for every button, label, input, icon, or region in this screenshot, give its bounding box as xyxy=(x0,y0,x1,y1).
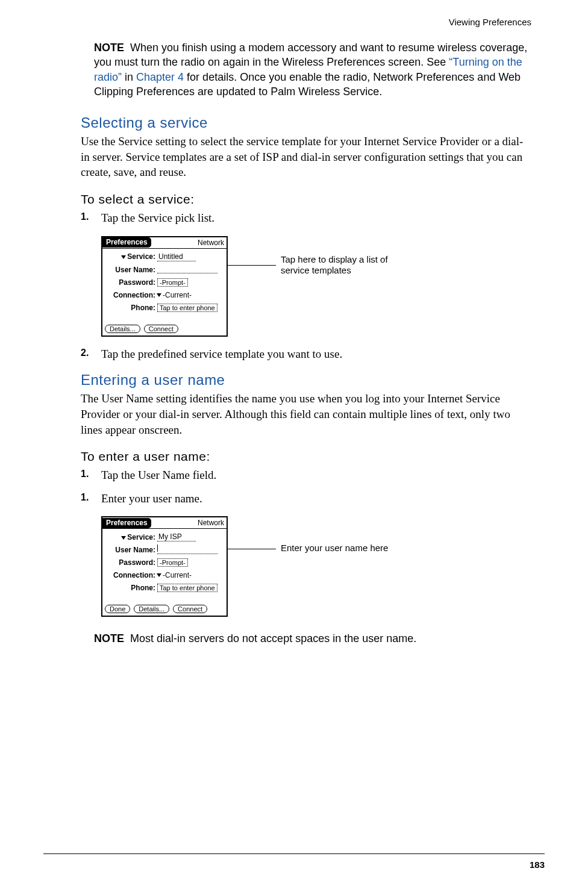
callout-text: Enter your user name here xyxy=(281,543,388,554)
connection-picklist[interactable]: -Current- xyxy=(163,571,192,579)
text-cursor-icon xyxy=(157,544,158,552)
dropdown-arrow-icon xyxy=(121,536,126,540)
connect-button[interactable]: Connect xyxy=(173,605,207,613)
callout-leader-line xyxy=(228,265,276,266)
connection-label: Connection: xyxy=(106,571,157,579)
password-field[interactable]: -Prompt- xyxy=(157,278,188,287)
phone-field[interactable]: Tap to enter phone xyxy=(157,584,217,592)
screen-category-picker[interactable]: Network xyxy=(198,239,224,247)
entering-username-paragraph: The User Name setting identifies the nam… xyxy=(81,391,531,437)
phone-field[interactable]: Tap to enter phone xyxy=(157,304,217,312)
note-label: NOTE xyxy=(94,632,124,644)
dropdown-arrow-icon xyxy=(157,573,161,577)
subsection-heading-selecting-service: Selecting a service xyxy=(81,114,531,131)
password-field[interactable]: -Prompt- xyxy=(157,558,188,567)
dropdown-arrow-icon xyxy=(121,255,126,259)
task-heading-enter-username: To enter a user name: xyxy=(81,449,531,464)
note-block: NOTEMost dial-in servers do not accept s… xyxy=(94,631,531,646)
figure-select-service: Preferences Network Service: Untitled Us… xyxy=(101,236,531,337)
step-text: Tap the predefined service template you … xyxy=(101,348,342,360)
step-item: 1. Tap the User Name field. xyxy=(81,467,531,484)
service-picklist[interactable]: Untitled xyxy=(157,252,196,261)
page-number: 183 xyxy=(530,860,545,870)
subsection-heading-entering-username: Entering a user name xyxy=(81,372,531,388)
palm-screenshot: Preferences Network Service: My ISP User… xyxy=(101,516,228,617)
step-text: Tap the Service pick list. xyxy=(101,211,214,224)
step-number: 1. xyxy=(81,491,89,504)
link-chapter-4[interactable]: Chapter 4 xyxy=(136,71,184,83)
note-block: NOTEWhen you finish using a modem access… xyxy=(94,40,531,99)
phone-label: Phone: xyxy=(106,584,157,592)
details-button[interactable]: Details... xyxy=(105,325,140,333)
connect-button[interactable]: Connect xyxy=(144,325,178,333)
password-label: Password: xyxy=(106,558,157,567)
callout: Tap here to display a list of service te… xyxy=(228,254,395,277)
username-field[interactable] xyxy=(157,546,217,554)
palm-screenshot: Preferences Network Service: Untitled Us… xyxy=(101,236,228,337)
screen-title-tab: Preferences xyxy=(102,237,151,248)
username-field[interactable] xyxy=(157,266,217,273)
username-label: User Name: xyxy=(106,266,157,274)
callout: Enter your user name here xyxy=(228,543,388,554)
service-picklist[interactable]: My ISP xyxy=(157,532,196,541)
password-label: Password: xyxy=(106,278,157,287)
service-label: Service: xyxy=(127,533,155,541)
running-header: Viewing Preferences xyxy=(81,17,531,27)
step-number: 2. xyxy=(81,346,89,360)
connection-label: Connection: xyxy=(106,291,157,299)
step-item: 1. Tap the Service pick list. xyxy=(81,210,531,226)
task-heading-select-service: To select a service: xyxy=(81,192,531,207)
step-number: 1. xyxy=(81,467,89,481)
screen-category-picker[interactable]: Network xyxy=(198,519,224,527)
selecting-service-paragraph: Use the Service setting to select the se… xyxy=(81,134,531,180)
done-button[interactable]: Done xyxy=(105,605,130,613)
callout-leader-line xyxy=(228,549,276,549)
step-item: 2. Tap the predefined service template y… xyxy=(81,346,531,363)
step-number: 1. xyxy=(81,210,89,223)
connection-picklist[interactable]: -Current- xyxy=(163,291,192,299)
phone-label: Phone: xyxy=(106,304,157,312)
username-label: User Name: xyxy=(106,546,157,554)
figure-enter-username: Preferences Network Service: My ISP User… xyxy=(101,516,531,617)
step-text: Enter your user name. xyxy=(101,492,202,505)
note-text-b: in xyxy=(122,71,136,83)
details-button[interactable]: Details... xyxy=(134,605,169,613)
note-label: NOTE xyxy=(94,42,124,54)
step-text: Tap the User Name field. xyxy=(101,469,216,481)
note-text: Most dial-in servers do not accept space… xyxy=(130,632,416,644)
callout-text: Tap here to display a list of service te… xyxy=(281,254,395,277)
screen-title-tab: Preferences xyxy=(102,518,151,528)
service-label: Service: xyxy=(127,252,155,261)
footer-rule xyxy=(43,853,545,854)
step-item: 1. Enter your user name. xyxy=(81,491,531,507)
dropdown-arrow-icon xyxy=(157,293,161,297)
